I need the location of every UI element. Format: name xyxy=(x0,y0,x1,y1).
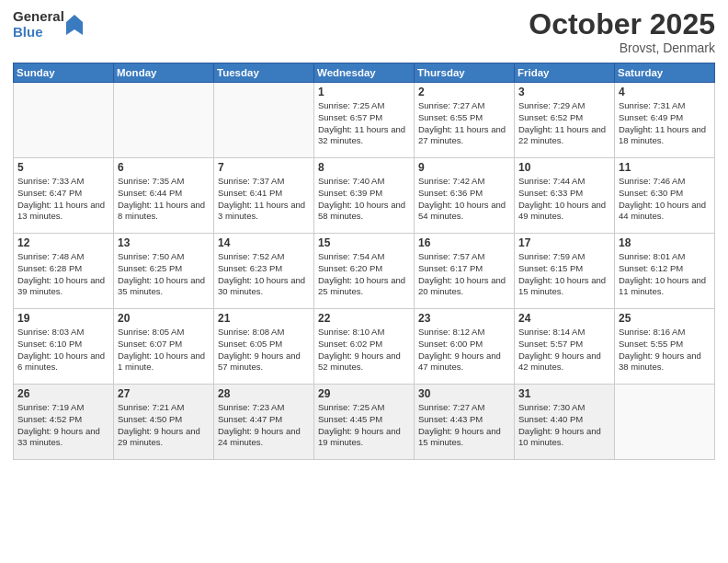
col-saturday: Saturday xyxy=(615,63,715,83)
page-header: General Blue October 2025 Brovst, Denmar… xyxy=(13,9,715,55)
calendar-week-row: 5Sunrise: 7:33 AM Sunset: 6:47 PM Daylig… xyxy=(14,158,715,234)
day-number: 27 xyxy=(118,387,210,400)
table-row: 26Sunrise: 7:19 AM Sunset: 4:52 PM Dayli… xyxy=(14,385,114,460)
table-row: 1Sunrise: 7:25 AM Sunset: 6:57 PM Daylig… xyxy=(314,83,415,158)
day-info: Sunrise: 8:16 AM Sunset: 5:55 PM Dayligh… xyxy=(619,327,711,373)
day-number: 30 xyxy=(418,387,510,400)
title-block: October 2025 Brovst, Denmark xyxy=(529,9,715,55)
table-row: 10Sunrise: 7:44 AM Sunset: 6:33 PM Dayli… xyxy=(515,158,615,234)
day-number: 12 xyxy=(17,236,109,249)
day-info: Sunrise: 7:30 AM Sunset: 4:40 PM Dayligh… xyxy=(518,402,610,449)
table-row: 18Sunrise: 8:01 AM Sunset: 6:12 PM Dayli… xyxy=(615,234,715,309)
day-info: Sunrise: 7:37 AM Sunset: 6:41 PM Dayligh… xyxy=(218,176,310,223)
day-number: 31 xyxy=(518,387,610,400)
table-row xyxy=(615,385,715,460)
day-number: 25 xyxy=(619,312,711,325)
table-row: 28Sunrise: 7:23 AM Sunset: 4:47 PM Dayli… xyxy=(214,385,314,460)
day-number: 26 xyxy=(17,387,109,400)
day-number: 5 xyxy=(17,161,109,174)
day-number: 4 xyxy=(619,86,711,98)
day-number: 19 xyxy=(17,312,109,325)
day-info: Sunrise: 7:35 AM Sunset: 6:44 PM Dayligh… xyxy=(118,176,210,223)
table-row: 4Sunrise: 7:31 AM Sunset: 6:49 PM Daylig… xyxy=(615,83,715,158)
table-row: 9Sunrise: 7:42 AM Sunset: 6:36 PM Daylig… xyxy=(415,158,515,234)
month-title: October 2025 xyxy=(529,9,715,39)
day-number: 21 xyxy=(218,312,310,325)
day-info: Sunrise: 7:40 AM Sunset: 6:39 PM Dayligh… xyxy=(318,176,410,223)
day-info: Sunrise: 7:42 AM Sunset: 6:36 PM Dayligh… xyxy=(418,176,510,223)
day-info: Sunrise: 7:54 AM Sunset: 6:20 PM Dayligh… xyxy=(318,251,410,298)
day-info: Sunrise: 8:14 AM Sunset: 5:57 PM Dayligh… xyxy=(518,327,610,373)
col-wednesday: Wednesday xyxy=(314,63,415,83)
day-number: 8 xyxy=(318,161,410,174)
table-row: 31Sunrise: 7:30 AM Sunset: 4:40 PM Dayli… xyxy=(515,385,615,460)
day-info: Sunrise: 7:23 AM Sunset: 4:47 PM Dayligh… xyxy=(218,402,310,449)
location: Brovst, Denmark xyxy=(529,40,715,55)
table-row: 27Sunrise: 7:21 AM Sunset: 4:50 PM Dayli… xyxy=(114,385,214,460)
day-info: Sunrise: 7:31 AM Sunset: 6:49 PM Dayligh… xyxy=(619,100,711,147)
day-number: 22 xyxy=(318,312,410,325)
table-row: 13Sunrise: 7:50 AM Sunset: 6:25 PM Dayli… xyxy=(114,234,214,309)
day-info: Sunrise: 7:25 AM Sunset: 6:57 PM Dayligh… xyxy=(318,100,410,147)
logo-text: General Blue xyxy=(13,9,64,40)
table-row: 15Sunrise: 7:54 AM Sunset: 6:20 PM Dayli… xyxy=(314,234,415,309)
table-row: 19Sunrise: 8:03 AM Sunset: 6:10 PM Dayli… xyxy=(14,309,114,385)
day-number: 1 xyxy=(318,86,410,98)
day-number: 16 xyxy=(418,236,510,249)
logo-blue: Blue xyxy=(13,25,64,40)
table-row xyxy=(14,83,114,158)
calendar-week-row: 12Sunrise: 7:48 AM Sunset: 6:28 PM Dayli… xyxy=(14,234,715,309)
table-row: 22Sunrise: 8:10 AM Sunset: 6:02 PM Dayli… xyxy=(314,309,415,385)
day-number: 11 xyxy=(619,161,711,174)
day-info: Sunrise: 8:03 AM Sunset: 6:10 PM Dayligh… xyxy=(17,327,109,373)
day-number: 9 xyxy=(418,161,510,174)
day-number: 13 xyxy=(118,236,210,249)
col-friday: Friday xyxy=(515,63,615,83)
day-info: Sunrise: 7:25 AM Sunset: 4:45 PM Dayligh… xyxy=(318,402,410,449)
day-info: Sunrise: 7:19 AM Sunset: 4:52 PM Dayligh… xyxy=(17,402,109,449)
table-row: 12Sunrise: 7:48 AM Sunset: 6:28 PM Dayli… xyxy=(14,234,114,309)
day-number: 6 xyxy=(118,161,210,174)
day-info: Sunrise: 7:57 AM Sunset: 6:17 PM Dayligh… xyxy=(418,251,510,298)
col-sunday: Sunday xyxy=(14,63,114,83)
day-info: Sunrise: 7:52 AM Sunset: 6:23 PM Dayligh… xyxy=(218,251,310,298)
table-row: 29Sunrise: 7:25 AM Sunset: 4:45 PM Dayli… xyxy=(314,385,415,460)
table-row: 24Sunrise: 8:14 AM Sunset: 5:57 PM Dayli… xyxy=(515,309,615,385)
table-row: 23Sunrise: 8:12 AM Sunset: 6:00 PM Dayli… xyxy=(415,309,515,385)
day-info: Sunrise: 8:01 AM Sunset: 6:12 PM Dayligh… xyxy=(619,251,711,298)
calendar-table: Sunday Monday Tuesday Wednesday Thursday… xyxy=(13,63,715,460)
table-row: 21Sunrise: 8:08 AM Sunset: 6:05 PM Dayli… xyxy=(214,309,314,385)
day-info: Sunrise: 7:50 AM Sunset: 6:25 PM Dayligh… xyxy=(118,251,210,298)
day-number: 23 xyxy=(418,312,510,325)
col-monday: Monday xyxy=(114,63,214,83)
day-info: Sunrise: 7:59 AM Sunset: 6:15 PM Dayligh… xyxy=(518,251,610,298)
day-number: 29 xyxy=(318,387,410,400)
table-row: 30Sunrise: 7:27 AM Sunset: 4:43 PM Dayli… xyxy=(415,385,515,460)
table-row: 3Sunrise: 7:29 AM Sunset: 6:52 PM Daylig… xyxy=(515,83,615,158)
day-info: Sunrise: 8:10 AM Sunset: 6:02 PM Dayligh… xyxy=(318,327,410,373)
table-row: 8Sunrise: 7:40 AM Sunset: 6:39 PM Daylig… xyxy=(314,158,415,234)
table-row: 5Sunrise: 7:33 AM Sunset: 6:47 PM Daylig… xyxy=(14,158,114,234)
day-number: 10 xyxy=(518,161,610,174)
logo: General Blue xyxy=(13,9,83,40)
day-info: Sunrise: 7:27 AM Sunset: 4:43 PM Dayligh… xyxy=(418,402,510,449)
calendar-page: General Blue October 2025 Brovst, Denmar… xyxy=(0,0,728,563)
table-row xyxy=(214,83,314,158)
logo-general: General xyxy=(13,9,64,25)
day-number: 28 xyxy=(218,387,310,400)
calendar-week-row: 1Sunrise: 7:25 AM Sunset: 6:57 PM Daylig… xyxy=(14,83,715,158)
table-row: 14Sunrise: 7:52 AM Sunset: 6:23 PM Dayli… xyxy=(214,234,314,309)
day-number: 18 xyxy=(619,236,711,249)
day-info: Sunrise: 7:33 AM Sunset: 6:47 PM Dayligh… xyxy=(17,176,109,223)
logo-icon xyxy=(66,15,83,35)
day-number: 15 xyxy=(318,236,410,249)
day-info: Sunrise: 7:27 AM Sunset: 6:55 PM Dayligh… xyxy=(418,100,510,147)
day-info: Sunrise: 7:44 AM Sunset: 6:33 PM Dayligh… xyxy=(518,176,610,223)
table-row: 6Sunrise: 7:35 AM Sunset: 6:44 PM Daylig… xyxy=(114,158,214,234)
day-info: Sunrise: 7:21 AM Sunset: 4:50 PM Dayligh… xyxy=(118,402,210,449)
col-thursday: Thursday xyxy=(415,63,515,83)
table-row: 2Sunrise: 7:27 AM Sunset: 6:55 PM Daylig… xyxy=(415,83,515,158)
calendar-header-row: Sunday Monday Tuesday Wednesday Thursday… xyxy=(14,63,715,83)
day-info: Sunrise: 8:08 AM Sunset: 6:05 PM Dayligh… xyxy=(218,327,310,373)
day-info: Sunrise: 8:05 AM Sunset: 6:07 PM Dayligh… xyxy=(118,327,210,373)
